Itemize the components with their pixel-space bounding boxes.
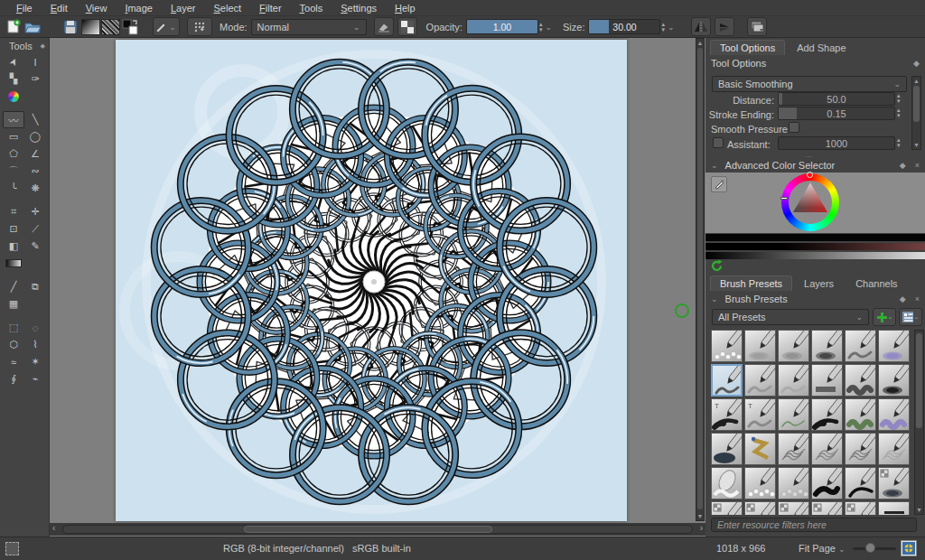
- color-selector-canvas[interactable]: [705, 173, 925, 233]
- brush-preset-tile[interactable]: [811, 433, 843, 465]
- shade-bar-2[interactable]: [705, 243, 925, 250]
- collapse-icon[interactable]: ⌄: [711, 294, 718, 303]
- size-slider[interactable]: 30.00: [588, 19, 660, 34]
- collapse-icon[interactable]: ⌄: [711, 161, 718, 170]
- menu-item-filter[interactable]: Filter: [250, 2, 290, 14]
- gear-icon[interactable]: ◆: [900, 161, 906, 170]
- preserve-alpha-icon[interactable]: [397, 17, 417, 36]
- menu-item-help[interactable]: Help: [386, 2, 425, 14]
- tool-magnetic-select[interactable]: ⌁: [24, 370, 46, 387]
- tool-move[interactable]: ✛: [24, 203, 46, 220]
- brush-preset-tile[interactable]: [778, 364, 809, 397]
- mirror-vertical-icon[interactable]: [715, 17, 734, 36]
- tab-channels[interactable]: Channels: [846, 275, 907, 291]
- brush-preset-tile[interactable]: [845, 501, 876, 515]
- tool-rect-select[interactable]: ⬚: [3, 319, 24, 336]
- tool-ellipse[interactable]: ◯: [24, 128, 46, 145]
- brush-preset-tile[interactable]: [878, 330, 910, 362]
- menu-item-settings[interactable]: Settings: [332, 2, 386, 14]
- tool-gradient[interactable]: [3, 255, 24, 272]
- brush-preset-tile[interactable]: [845, 433, 876, 465]
- eraser-mode-icon[interactable]: [374, 17, 394, 36]
- brush-preset-tile[interactable]: [811, 398, 843, 431]
- brush-preset-tile[interactable]: [744, 467, 776, 499]
- tool-contiguous-select[interactable]: ⌇: [24, 336, 46, 353]
- assistant-field[interactable]: 1000: [778, 136, 895, 150]
- tool-freehand-brush[interactable]: 〰: [3, 111, 24, 128]
- brush-preset-tile[interactable]: [878, 364, 910, 397]
- float-docker-icon[interactable]: ◆: [41, 42, 45, 50]
- brush-preset-tile[interactable]: [744, 501, 776, 515]
- brush-preset-tile[interactable]: [711, 467, 743, 499]
- menu-item-tools[interactable]: Tools: [291, 2, 332, 14]
- brush-preset-tile[interactable]: T: [711, 398, 743, 431]
- tool-rectangle[interactable]: ▭: [3, 128, 24, 145]
- gear-icon[interactable]: ◆: [913, 59, 920, 68]
- brush-preset-tile[interactable]: [811, 467, 843, 499]
- brush-preset-tile[interactable]: [778, 433, 809, 465]
- pattern-chooser[interactable]: [100, 17, 120, 36]
- brush-preset-tile[interactable]: [845, 364, 876, 397]
- brush-preset-tile[interactable]: [845, 398, 876, 431]
- preset-filter-combobox[interactable]: All Presets⌄: [712, 309, 869, 325]
- brush-preset-tile[interactable]: [878, 433, 910, 465]
- brush-preset-tile[interactable]: [778, 467, 809, 499]
- distance-spinner[interactable]: ▴▾: [897, 93, 901, 104]
- brush-preset-tile[interactable]: [811, 364, 843, 397]
- tool-perspective-grid[interactable]: ⧉: [24, 278, 46, 295]
- tool-calligraphy[interactable]: ✑: [24, 70, 46, 88]
- tool-color-sampler[interactable]: [3, 88, 24, 105]
- fg-bg-colors[interactable]: [120, 17, 140, 36]
- tool-crop[interactable]: ⌗: [3, 203, 24, 220]
- menu-item-select[interactable]: Select: [205, 2, 251, 14]
- tool-text[interactable]: I: [24, 53, 46, 70]
- opacity-dropdown-icon[interactable]: ⌄: [545, 23, 552, 32]
- tool-measure[interactable]: ⟋: [24, 220, 46, 238]
- close-icon[interactable]: ×: [915, 294, 920, 303]
- brush-preset-tile[interactable]: [778, 501, 809, 515]
- canvas-page[interactable]: [116, 40, 627, 521]
- brush-preset-tile[interactable]: [744, 364, 776, 397]
- choose-brush-preset-icon[interactable]: [187, 17, 212, 36]
- brush-preset-tile[interactable]: [778, 398, 809, 431]
- opacity-slider[interactable]: 1.00: [466, 19, 538, 34]
- tab-add-shape[interactable]: Add Shape: [787, 40, 855, 55]
- tool-magic-wand[interactable]: ✶: [24, 353, 46, 370]
- brush-preset-tile[interactable]: [878, 398, 910, 431]
- add-preset-button[interactable]: ⌄: [873, 308, 896, 326]
- menu-item-image[interactable]: Image: [116, 2, 162, 14]
- brush-preset-tile[interactable]: [845, 467, 876, 499]
- save-icon[interactable]: [61, 17, 80, 36]
- brush-preset-tile[interactable]: T: [744, 398, 776, 431]
- choose-workspace-icon[interactable]: [747, 17, 767, 36]
- zoom-mode-combobox[interactable]: Fit Page ⌄: [799, 543, 846, 554]
- zoom-slider-handle[interactable]: [865, 543, 875, 553]
- canvas-horizontal-scrollbar[interactable]: ‹ ›: [50, 523, 705, 536]
- brush-preset-tile[interactable]: [711, 501, 743, 515]
- size-dropdown-icon[interactable]: ⌄: [668, 23, 675, 32]
- tool-options-scrollbar[interactable]: ▲▼: [911, 76, 921, 150]
- pixel-grid-button[interactable]: [901, 540, 917, 556]
- blending-mode-combobox[interactable]: Normal⌄: [251, 19, 367, 35]
- tool-polygon[interactable]: ⬠: [3, 145, 24, 163]
- brush-preset-tile[interactable]: [744, 433, 776, 465]
- tool-grid[interactable]: ▦: [3, 295, 24, 313]
- tool-bezier-select[interactable]: ∮: [3, 370, 24, 387]
- tool-fill[interactable]: ◧: [3, 238, 24, 255]
- display-mode-button[interactable]: ⌄: [899, 308, 922, 326]
- stroke-ending-spinner[interactable]: ▴▾: [897, 107, 901, 118]
- brush-grid-scrollbar[interactable]: ▼: [914, 330, 924, 515]
- resource-filter-input[interactable]: [711, 518, 917, 532]
- assistant-spinner[interactable]: ▴▾: [897, 137, 901, 148]
- open-document-icon[interactable]: [23, 17, 42, 36]
- brush-preset-tile[interactable]: [845, 330, 876, 362]
- brush-preset-tile[interactable]: [878, 501, 910, 515]
- smooth-pressure-checkbox[interactable]: [789, 122, 799, 133]
- menu-item-file[interactable]: File: [7, 2, 42, 14]
- opacity-spinner[interactable]: ▴▾: [539, 22, 543, 33]
- brush-editor-icon[interactable]: ⌄: [153, 17, 180, 36]
- shade-bar-3[interactable]: [705, 252, 925, 259]
- tool-multibrush[interactable]: ❋: [24, 180, 46, 197]
- menu-item-view[interactable]: View: [77, 2, 117, 14]
- close-icon[interactable]: ×: [915, 161, 920, 170]
